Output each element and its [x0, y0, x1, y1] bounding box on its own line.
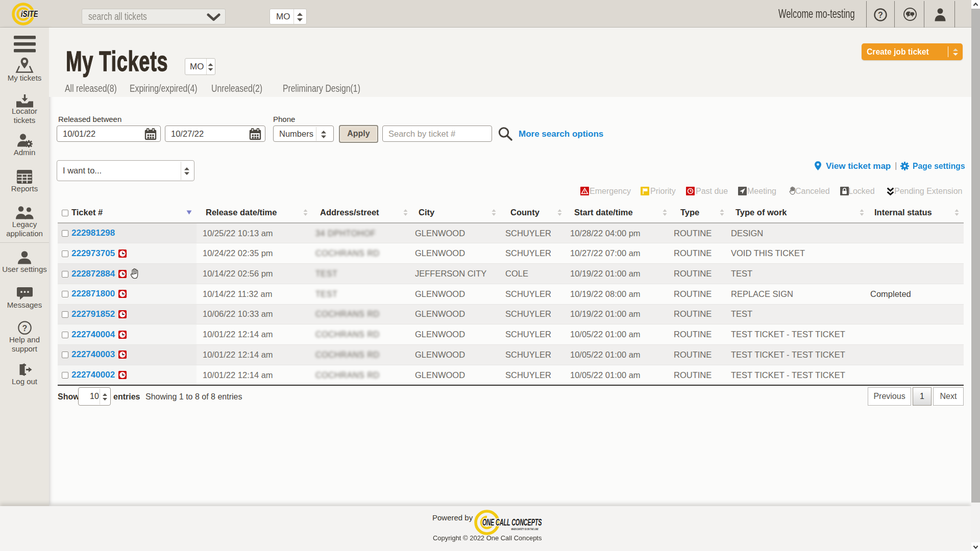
svg-text:ONE CALL CONCEPTS: ONE CALL CONCEPTS	[482, 518, 542, 528]
svg-text:WHEN SAFETY IS ON THE LINE: WHEN SAFETY IS ON THE LINE	[511, 528, 538, 531]
svg-text:?: ?	[878, 11, 883, 19]
svg-text:?: ?	[22, 324, 27, 333]
svg-text:iSITE: iSITE	[21, 9, 38, 19]
